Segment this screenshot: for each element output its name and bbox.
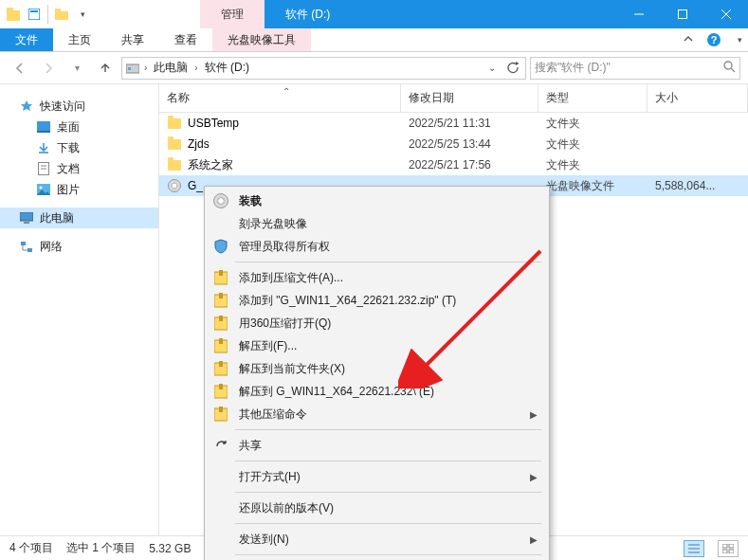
address-dropdown-icon[interactable]: ⌄ — [482, 63, 502, 73]
file-date: 2022/5/25 13:44 — [401, 137, 538, 151]
quick-access-toolbar: ▾ — [0, 0, 96, 28]
disc-image-icon — [167, 178, 182, 193]
chevron-right-icon[interactable]: › — [141, 63, 150, 73]
help-dropdown-icon[interactable]: ▾ — [733, 28, 746, 51]
svg-text:?: ? — [711, 34, 718, 45]
column-type[interactable]: 类型 — [538, 84, 648, 112]
up-button[interactable] — [93, 56, 118, 81]
column-name[interactable]: 名称 — [159, 84, 401, 112]
svg-rect-42 — [219, 338, 223, 344]
breadcrumb-thispc[interactable]: 此电脑 — [150, 60, 192, 76]
separator — [235, 461, 541, 461]
home-tab[interactable]: 主页 — [53, 28, 106, 51]
svg-rect-34 — [729, 550, 734, 553]
search-placeholder: 搜索"软件 (D:)" — [535, 60, 723, 76]
sidebar-downloads[interactable]: 下载 — [0, 137, 158, 158]
ctx-extract-to[interactable]: 解压到(F)... — [207, 334, 547, 357]
folder-icon — [167, 157, 182, 172]
view-icons-button[interactable] — [718, 540, 739, 557]
document-icon — [36, 161, 51, 176]
qat-dropdown-icon[interactable]: ▾ — [75, 7, 90, 22]
picture-icon — [36, 182, 51, 197]
archive-icon — [212, 337, 229, 354]
file-row[interactable]: Zjds 2022/5/25 13:44 文件夹 — [159, 134, 748, 154]
address-bar[interactable]: › 此电脑 › 软件 (D:) ⌄ — [121, 57, 526, 80]
view-tab[interactable]: 查看 — [159, 28, 212, 51]
search-input[interactable]: 搜索"软件 (D:)" — [530, 57, 740, 80]
ctx-add-archive[interactable]: 添加到压缩文件(A)... — [207, 266, 547, 289]
star-icon — [19, 99, 34, 114]
svg-rect-16 — [37, 121, 50, 131]
sidebar-item-label: 桌面 — [57, 119, 80, 135]
view-details-button[interactable] — [684, 540, 704, 557]
search-icon[interactable] — [723, 61, 736, 76]
svg-rect-38 — [219, 293, 223, 298]
breadcrumb-drive[interactable]: 软件 (D:) — [201, 60, 253, 76]
svg-rect-3 — [30, 10, 38, 12]
chevron-right-icon: ▶ — [530, 409, 538, 420]
ctx-add-zip[interactable]: 添加到 "G_WIN11_X64_22621.232.zip" (T) — [207, 289, 547, 312]
ctx-other-zip[interactable]: 其他压缩命令 ▶ — [207, 403, 547, 425]
column-sort-icon[interactable]: ⌃ — [283, 86, 290, 97]
ctx-mount[interactable]: 装载 — [207, 190, 547, 212]
separator — [47, 5, 48, 24]
new-folder-icon[interactable] — [54, 7, 69, 22]
svg-rect-1 — [7, 8, 13, 10]
file-tab[interactable]: 文件 — [0, 28, 53, 51]
close-button[interactable] — [704, 0, 748, 28]
column-date[interactable]: 修改日期 — [401, 84, 538, 112]
minimize-button[interactable] — [617, 0, 661, 28]
sidebar-network[interactable]: 网络 — [0, 236, 158, 257]
sidebar-pictures[interactable]: 图片 — [0, 179, 158, 200]
maximize-button[interactable] — [661, 0, 704, 28]
ctx-open-with[interactable]: 打开方式(H) ▶ — [207, 465, 547, 488]
disc-tools-tab[interactable]: 光盘映像工具 — [212, 28, 311, 51]
file-name: G_ — [188, 179, 203, 192]
column-size[interactable]: 大小 — [648, 84, 748, 112]
svg-rect-7 — [679, 10, 687, 19]
svg-rect-48 — [219, 406, 223, 412]
sidebar-this-pc[interactable]: 此电脑 — [0, 208, 158, 228]
file-row[interactable]: USBTemp 2022/5/21 11:31 文件夹 — [159, 113, 748, 134]
sidebar-quick-access[interactable]: 快速访问 — [0, 96, 158, 117]
refresh-icon[interactable] — [502, 62, 523, 74]
chevron-right-icon[interactable]: › — [192, 63, 200, 73]
archive-icon — [212, 269, 229, 286]
status-size: 5.32 GB — [149, 542, 191, 555]
separator — [235, 429, 541, 430]
ctx-share[interactable]: 共享 — [207, 434, 547, 457]
file-date: 2022/5/21 11:31 — [401, 117, 538, 130]
download-icon — [36, 140, 51, 155]
ctx-extract-named[interactable]: 解压到 G_WIN11_X64_22621.232\ (E) — [207, 380, 547, 403]
svg-rect-4 — [55, 11, 68, 20]
ctx-burn[interactable]: 刻录光盘映像 — [207, 212, 547, 235]
file-size: 5,588,064... — [648, 179, 748, 192]
recent-dropdown-icon[interactable]: ▾ — [64, 56, 89, 81]
svg-line-15 — [731, 68, 735, 72]
window-title: 软件 (D:) — [265, 0, 351, 28]
sidebar-documents[interactable]: 文档 — [0, 158, 158, 179]
ctx-restore[interactable]: 还原以前的版本(V) — [207, 497, 547, 519]
ctx-send-to[interactable]: 发送到(N) ▶ — [207, 528, 547, 551]
share-tab[interactable]: 共享 — [106, 28, 159, 51]
properties-icon[interactable] — [27, 7, 42, 22]
archive-icon — [212, 360, 229, 377]
file-row[interactable]: 系统之家 2022/5/21 17:56 文件夹 — [159, 154, 748, 175]
sidebar-desktop[interactable]: 桌面 — [0, 117, 158, 137]
ctx-open-360[interactable]: 用360压缩打开(Q) — [207, 312, 547, 334]
file-type: 文件夹 — [538, 116, 648, 132]
forward-button[interactable] — [36, 56, 61, 81]
ribbon-collapse-icon[interactable] — [676, 28, 701, 51]
svg-rect-2 — [28, 9, 40, 20]
sidebar-item-label: 下载 — [57, 140, 80, 156]
context-menu: 装载 刻录光盘映像 管理员取得所有权 添加到压缩文件(A)... 添加到 "G_… — [204, 186, 550, 560]
back-button[interactable] — [8, 56, 32, 81]
shield-icon — [212, 238, 229, 255]
archive-icon — [212, 383, 229, 400]
context-tab-manage[interactable]: 管理 — [200, 0, 265, 28]
separator — [235, 492, 541, 493]
ctx-admin[interactable]: 管理员取得所有权 — [207, 235, 547, 258]
help-icon[interactable]: ? — [701, 28, 727, 51]
svg-rect-25 — [24, 222, 29, 224]
ctx-extract-here[interactable]: 解压到当前文件夹(X) — [207, 357, 547, 380]
